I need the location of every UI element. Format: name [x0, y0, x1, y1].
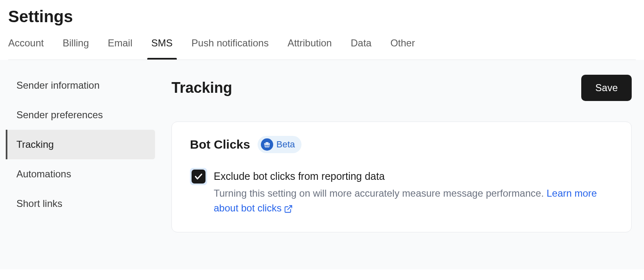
page-title: Settings: [8, 7, 636, 26]
tab-attribution[interactable]: Attribution: [288, 37, 332, 60]
sidebar-item-automations[interactable]: Automations: [6, 159, 155, 189]
checkbox-description-text: Turning this setting on will more accura…: [214, 188, 546, 199]
checkbox-description: Turning this setting on will more accura…: [214, 186, 613, 216]
tab-account[interactable]: Account: [8, 37, 44, 60]
sidebar-item-short-links[interactable]: Short links: [6, 189, 155, 218]
settings-tabs: Account Billing Email SMS Push notificat…: [8, 37, 636, 60]
bot-clicks-card: Bot Clicks Beta: [171, 122, 632, 232]
tab-email[interactable]: Email: [108, 37, 132, 60]
sidebar-item-sender-information[interactable]: Sender information: [6, 71, 155, 100]
svg-line-3: [288, 205, 292, 209]
tab-billing[interactable]: Billing: [63, 37, 89, 60]
sidebar-item-tracking[interactable]: Tracking: [6, 130, 155, 159]
checkmark-icon: [194, 172, 203, 181]
sidebar: Sender information Sender preferences Tr…: [0, 60, 155, 253]
tab-push-notifications[interactable]: Push notifications: [192, 37, 269, 60]
checkbox-label: Exclude bot clicks from reporting data: [214, 168, 613, 184]
section-title: Tracking: [171, 79, 232, 96]
sidebar-item-sender-preferences[interactable]: Sender preferences: [6, 100, 155, 130]
tab-other[interactable]: Other: [391, 37, 415, 60]
external-link-icon: [284, 204, 293, 213]
save-button[interactable]: Save: [581, 75, 632, 101]
beta-badge: Beta: [258, 136, 301, 153]
beta-label: Beta: [276, 139, 295, 150]
tab-data[interactable]: Data: [351, 37, 372, 60]
tab-sms[interactable]: SMS: [151, 37, 173, 60]
exclude-bot-clicks-checkbox[interactable]: [192, 170, 206, 184]
card-title: Bot Clicks: [190, 138, 250, 151]
gift-icon: [261, 138, 273, 151]
